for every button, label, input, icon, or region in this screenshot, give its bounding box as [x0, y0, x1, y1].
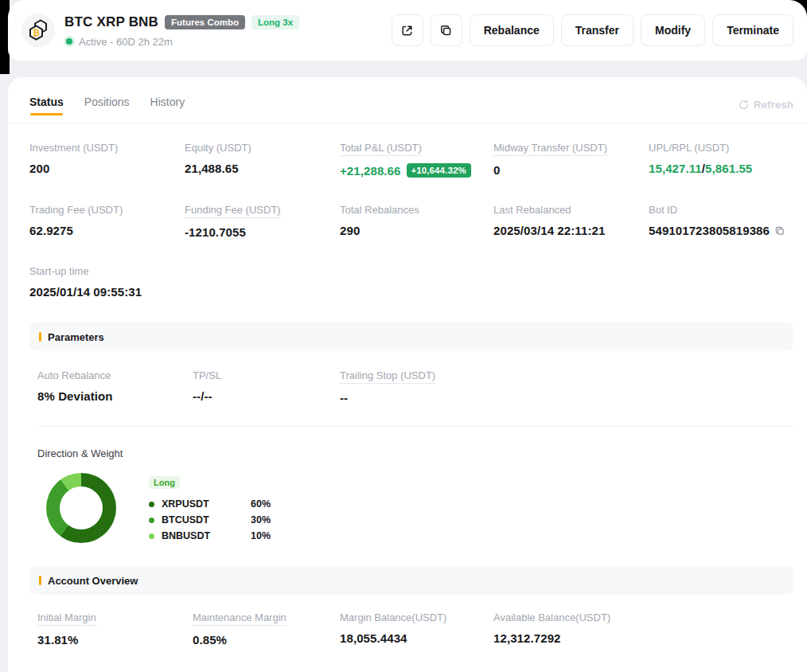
legend-row: XRPUSDT 60%: [149, 498, 271, 510]
legend-dot-btcusdt: [149, 518, 154, 523]
bot-detail-card: Status Positions History Refresh Investm…: [8, 77, 807, 672]
copy-icon: [439, 24, 453, 37]
stat-value: 21,488.65: [185, 162, 340, 175]
stat-label-tooltip: Midway Transfer (USDT): [493, 142, 607, 156]
stat-label-tooltip: Initial Margin: [37, 611, 96, 626]
refresh-icon: [738, 99, 750, 111]
pnl-percent-badge: +10,644.32%: [407, 163, 471, 178]
copy-bot-id-button[interactable]: [774, 225, 786, 236]
transfer-button[interactable]: Transfer: [561, 14, 634, 46]
parameters-section: Parameters Auto Rebalance 8% Deviation T…: [29, 322, 793, 543]
param-value: --/--: [193, 389, 340, 403]
tab-status[interactable]: Status: [29, 96, 64, 121]
bot-logo: ₿: [21, 14, 55, 47]
stat-label: Investment (USDT): [29, 142, 118, 154]
active-status-text: Active - 60D 2h 22m: [79, 36, 173, 48]
long-direction-badge: Long: [149, 476, 180, 489]
stat-value: 290: [340, 224, 493, 237]
svg-text:₿: ₿: [33, 28, 40, 37]
stat-value: 18,055.4434: [340, 631, 493, 645]
parameters-section-header: Parameters: [29, 322, 793, 351]
account-overview-title: Account Overview: [48, 575, 138, 587]
stat-maintenance-margin: Maintenance Margin 0.85%: [193, 610, 340, 647]
param-trailing-stop: Trailing Stop (USDT) --: [340, 368, 793, 404]
stat-label: Trading Fee (USDT): [29, 204, 123, 216]
stat-value: 62.9275: [29, 224, 185, 237]
parameters-grid: Auto Rebalance 8% Deviation TP/SL --/-- …: [29, 351, 793, 404]
refresh-label: Refresh: [754, 99, 793, 111]
copy-bot-button[interactable]: [431, 14, 462, 46]
stat-value: 2025/03/14 22:11:21: [493, 224, 649, 237]
stat-value: 12,312.7292: [493, 631, 793, 645]
param-label-tooltip: Trailing Stop (USDT): [340, 369, 435, 384]
donut-hole: [60, 486, 103, 529]
stat-total-rebalances: Total Rebalances 290: [340, 202, 493, 239]
stat-value: 0: [493, 163, 649, 177]
rebalance-button[interactable]: Rebalance: [470, 14, 554, 46]
legend-percent: 60%: [251, 498, 271, 510]
donut-legend: Long XRPUSDT 60% BTCUSDT 30% BNBUSDT 10%: [149, 473, 271, 541]
direction-weight-title: Direction & Weight: [29, 427, 793, 459]
stat-label-tooltip: Funding Fee (USDT): [185, 204, 281, 218]
account-overview-header: Account Overview: [29, 566, 793, 595]
tab-history[interactable]: History: [150, 96, 185, 121]
legend-dot-xrpusdt: [149, 502, 154, 507]
bot-header-card: ₿ BTC XRP BNB Futures Combo Long 3x Acti…: [8, 0, 807, 61]
accent-bar: [39, 332, 41, 342]
stat-equity: Equity (USDT) 21,488.65: [185, 140, 340, 178]
stat-value: 200: [29, 162, 185, 175]
stat-margin-balance: Margin Balance(USDT) 18,055.4434: [340, 610, 493, 647]
stat-startup-time: Start-up time 2025/01/14 09:55:31: [29, 264, 185, 299]
accent-bar: [39, 576, 41, 585]
param-label: TP/SL: [193, 369, 221, 381]
stat-upl-rpl: UPL/RPL (USDT) 15,427.11 / 5,861.55: [649, 140, 793, 178]
param-tp-sl: TP/SL --/--: [193, 368, 340, 404]
param-value: --: [340, 391, 793, 404]
bot-id-value: 549101723805819386: [649, 224, 770, 237]
stat-label: Margin Balance(USDT): [340, 611, 446, 623]
stat-value: -1210.7055: [185, 225, 340, 239]
legend-name: BNBUSDT: [162, 530, 251, 541]
stat-trading-fee: Trading Fee (USDT) 62.9275: [29, 202, 185, 239]
stat-funding-fee: Funding Fee (USDT) -1210.7055: [185, 202, 340, 239]
parameters-section-title: Parameters: [48, 331, 104, 343]
hexagon-coins-icon: ₿: [25, 18, 51, 43]
legend-dot-bnbusdt: [149, 533, 154, 539]
active-status-dot: [66, 38, 72, 45]
account-overview-section: Account Overview Initial Margin 31.81% M…: [29, 566, 793, 647]
stat-midway-transfer: Midway Transfer (USDT) 0: [493, 140, 649, 178]
stat-label: UPL/RPL (USDT): [649, 142, 729, 154]
stat-label: Bot ID: [649, 204, 677, 216]
stat-initial-margin: Initial Margin 31.81%: [37, 610, 193, 647]
stat-label: Last Rebalanced: [493, 204, 571, 216]
stat-value: 0.85%: [193, 633, 340, 647]
refresh-button[interactable]: Refresh: [738, 99, 793, 119]
legend-row: BNBUSDT 10%: [149, 530, 271, 541]
stat-value: 2025/01/14 09:55:31: [29, 285, 185, 299]
stats-grid: Investment (USDT) 200 Equity (USDT) 21,4…: [8, 123, 807, 299]
direction-weight-body: Long XRPUSDT 60% BTCUSDT 30% BNBUSDT 10%: [29, 459, 793, 543]
pnl-value: +21,288.66: [340, 164, 401, 178]
stat-investment: Investment (USDT) 200: [29, 140, 185, 178]
legend-percent: 30%: [251, 514, 271, 525]
stat-last-rebalanced: Last Rebalanced 2025/03/14 22:11:21: [493, 202, 649, 239]
legend-name: BTCUSDT: [162, 514, 251, 525]
direction-donut: [46, 473, 116, 543]
tab-positions[interactable]: Positions: [84, 96, 130, 121]
upl-value: 15,427.11: [649, 162, 702, 175]
param-label: Auto Rebalance: [37, 369, 111, 381]
legend-name: XRPUSDT: [162, 498, 251, 510]
copy-icon: [774, 225, 786, 236]
terminate-button[interactable]: Terminate: [712, 14, 793, 46]
tabs-row: Status Positions History Refresh: [8, 77, 807, 123]
stat-available-balance: Available Balance(USDT) 12,312.7292: [493, 610, 793, 647]
param-auto-rebalance: Auto Rebalance 8% Deviation: [37, 368, 193, 404]
stat-total-pnl: Total P&L (USDT) +21,288.66 +10,644.32%: [340, 140, 493, 178]
share-button[interactable]: [392, 14, 423, 46]
share-icon: [400, 24, 414, 37]
stat-label-tooltip: Maintenance Margin: [193, 611, 287, 626]
account-grid: Initial Margin 31.81% Maintenance Margin…: [29, 595, 793, 647]
stat-value: 31.81%: [37, 633, 193, 647]
stat-label: Available Balance(USDT): [493, 611, 610, 623]
modify-button[interactable]: Modify: [641, 14, 705, 46]
